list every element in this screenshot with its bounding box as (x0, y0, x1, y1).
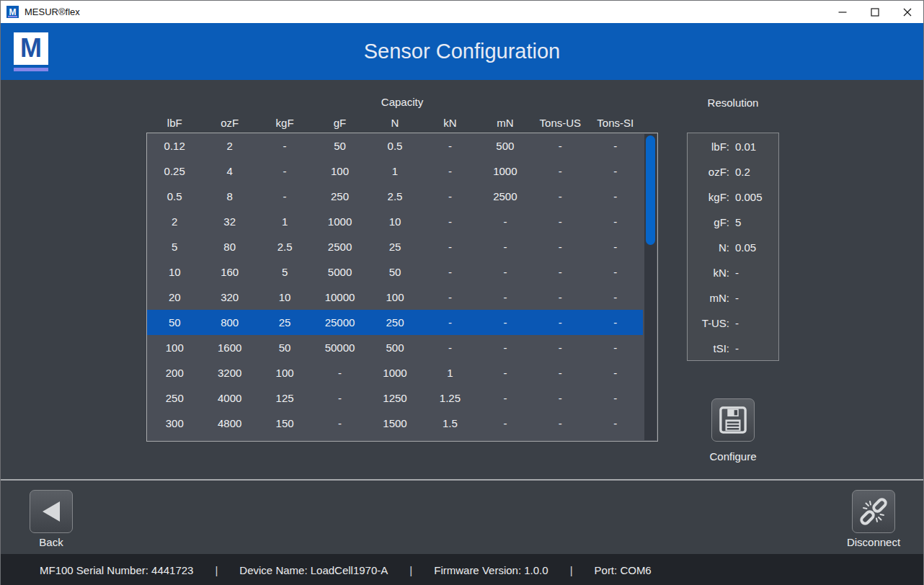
capacity-cell: 50 (257, 341, 312, 354)
configure-button[interactable] (711, 398, 755, 442)
resolution-item: T-US:- (688, 311, 778, 336)
close-button[interactable] (891, 1, 923, 23)
status-firmware-version: Firmware Version: 1.0.0 (434, 564, 548, 576)
capacity-cell: 1 (422, 367, 477, 379)
capacity-cell: 5000 (312, 266, 367, 278)
capacity-cell: - (533, 165, 587, 177)
capacity-cell: 1.5 (422, 417, 477, 429)
capacity-cell: 10 (257, 291, 312, 303)
capacity-cell: 100 (147, 341, 202, 354)
capacity-cell: 300 (147, 417, 202, 429)
capacity-row[interactable]: 2504000125-12501.25--- (147, 385, 643, 411)
resolution-value: - (735, 342, 739, 354)
capacity-scrollbar[interactable] (644, 134, 657, 440)
capacity-scrollbar-thumb[interactable] (646, 135, 655, 245)
resolution-item: kgF:0.005 (688, 184, 778, 210)
capacity-cell: - (533, 266, 587, 278)
resolution-label: ozF: (688, 166, 729, 178)
capacity-cell: - (533, 392, 587, 404)
capacity-cell: 1000 (312, 215, 367, 228)
capacity-row[interactable]: 2003200100-10001--- (147, 360, 643, 385)
capacity-cell: 3200 (202, 367, 257, 379)
capacity-cell: 2.5 (368, 190, 422, 202)
capacity-cell: 800 (202, 316, 257, 329)
capacity-cell: 1500 (368, 417, 422, 429)
capacity-title: Capacity (146, 96, 658, 108)
resolution-value: - (735, 267, 739, 279)
resolution-label: kN: (688, 267, 729, 279)
capacity-cell: - (478, 367, 533, 379)
capacity-column-header: kgF (257, 117, 312, 129)
capacity-cell: - (588, 316, 643, 329)
capacity-cell: 20 (147, 291, 202, 303)
capacity-row[interactable]: 203201010000100---- (147, 285, 643, 310)
capacity-cell: 1.25 (422, 392, 477, 404)
capacity-column-headers: lbFozFkgFgFNkNmNTons-USTons-SI (147, 117, 643, 129)
capacity-cell: - (257, 190, 312, 202)
resolution-value: 5 (735, 216, 741, 228)
back-button[interactable] (30, 490, 73, 533)
capacity-cell: 50000 (312, 341, 367, 354)
capacity-cell: - (533, 341, 587, 354)
capacity-cell: - (588, 392, 643, 404)
capacity-cell: - (422, 215, 477, 228)
capacity-cell: 10000 (312, 291, 367, 303)
maximize-button[interactable] (858, 1, 891, 23)
app-window: M MESUR®flex M Sensor Configuration Capa… (0, 0, 924, 585)
capacity-cell: 2 (202, 140, 257, 152)
minimize-icon (838, 8, 847, 17)
resolution-item: N:0.05 (688, 235, 778, 260)
minimize-button[interactable] (826, 1, 858, 23)
capacity-cell: 4 (202, 165, 257, 177)
capacity-row[interactable]: 101605500050---- (147, 259, 643, 285)
capacity-cell: 5 (147, 241, 202, 253)
capacity-cell: - (422, 241, 477, 253)
capacity-cell: 5 (257, 266, 312, 278)
page-title: Sensor Configuration (1, 23, 923, 80)
capacity-cell: - (588, 190, 643, 202)
resolution-item: tSI:- (688, 336, 778, 361)
capacity-cell: - (478, 241, 533, 253)
capacity-cell: - (478, 266, 533, 278)
capacity-row[interactable]: 3004800150-15001.5--- (147, 411, 643, 436)
resolution-label: N: (688, 241, 729, 254)
capacity-cell: 50 (368, 266, 422, 278)
resolution-value: 0.05 (735, 241, 756, 254)
capacity-cell: - (533, 190, 587, 202)
capacity-cell: - (588, 341, 643, 354)
capacity-cell: 1 (368, 165, 422, 177)
disconnect-button[interactable] (852, 490, 895, 533)
capacity-cell: - (533, 140, 587, 152)
resolution-item: kN:- (688, 260, 778, 285)
capacity-cell: 100 (312, 165, 367, 177)
capacity-cell: - (422, 266, 477, 278)
capacity-cell: 320 (202, 291, 257, 303)
capacity-cell: 500 (478, 140, 533, 152)
capacity-row[interactable]: 10016005050000500---- (147, 335, 643, 360)
capacity-cell: 50 (147, 316, 202, 329)
capacity-column-header: N (368, 117, 422, 129)
capacity-row[interactable]: 0.122-500.5-500-- (147, 133, 643, 158)
capacity-column-header: mN (478, 117, 533, 129)
capacity-row[interactable]: 5802.5250025---- (147, 234, 643, 259)
capacity-cell: 4000 (202, 392, 257, 404)
capacity-cell: 25 (368, 241, 422, 253)
capacity-row[interactable]: 0.58-2502.5-2500-- (147, 184, 643, 209)
capacity-row[interactable]: 2321100010---- (147, 209, 643, 234)
status-separator: | (570, 564, 573, 576)
window-title: MESUR®flex (25, 6, 80, 17)
capacity-cell: - (422, 140, 477, 152)
capacity-cell: 250 (147, 392, 202, 404)
resolution-value: 0.005 (735, 191, 763, 203)
capacity-column-header: ozF (202, 117, 257, 129)
capacity-row-selected[interactable]: 508002525000250---- (147, 310, 643, 335)
status-port: Port: COM6 (595, 564, 652, 576)
status-separator: | (215, 564, 218, 576)
resolution-title: Resolution (685, 97, 781, 109)
capacity-cell: 10 (368, 215, 422, 228)
broken-link-icon (859, 497, 888, 526)
resolution-value: - (735, 292, 739, 304)
capacity-cell: 250 (368, 316, 422, 329)
capacity-cell: - (312, 367, 367, 379)
capacity-row[interactable]: 0.254-1001-1000-- (147, 158, 643, 184)
